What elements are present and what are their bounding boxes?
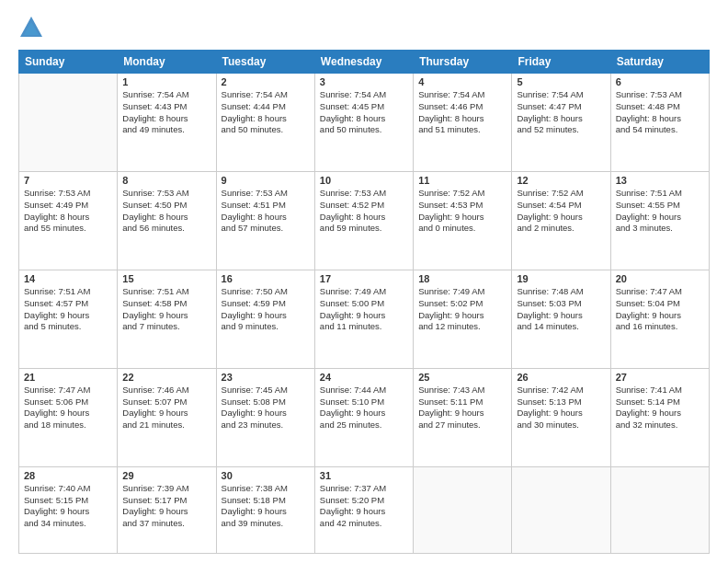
day-number: 2 xyxy=(222,76,310,87)
calendar-cell: 21Sunrise: 7:47 AM Sunset: 5:06 PM Dayli… xyxy=(19,368,118,466)
day-number: 22 xyxy=(122,372,210,383)
day-info: Sunrise: 7:54 AM Sunset: 4:47 PM Dayligh… xyxy=(517,89,605,136)
day-number: 16 xyxy=(222,273,310,284)
calendar-cell: 13Sunrise: 7:51 AM Sunset: 4:55 PM Dayli… xyxy=(610,171,709,270)
calendar-cell: 16Sunrise: 7:50 AM Sunset: 4:59 PM Dayli… xyxy=(216,270,314,368)
calendar-week-row: 1Sunrise: 7:54 AM Sunset: 4:43 PM Daylig… xyxy=(19,74,710,172)
day-info: Sunrise: 7:51 AM Sunset: 4:58 PM Dayligh… xyxy=(122,286,210,333)
day-info: Sunrise: 7:53 AM Sunset: 4:48 PM Dayligh… xyxy=(616,89,704,136)
day-info: Sunrise: 7:53 AM Sunset: 4:50 PM Dayligh… xyxy=(122,188,210,235)
day-number: 18 xyxy=(418,273,506,284)
day-number: 7 xyxy=(24,175,112,186)
day-number: 3 xyxy=(320,76,408,87)
calendar-cell xyxy=(19,74,118,172)
calendar: SundayMondayTuesdayWednesdayThursdayFrid… xyxy=(18,50,710,554)
day-info: Sunrise: 7:42 AM Sunset: 5:13 PM Dayligh… xyxy=(517,385,605,431)
day-number: 20 xyxy=(616,273,704,284)
day-number: 23 xyxy=(222,372,310,383)
day-info: Sunrise: 7:49 AM Sunset: 5:00 PM Dayligh… xyxy=(320,286,408,333)
day-number: 25 xyxy=(418,372,506,383)
calendar-cell: 23Sunrise: 7:45 AM Sunset: 5:08 PM Dayli… xyxy=(216,368,314,466)
calendar-header: SundayMondayTuesdayWednesdayThursdayFrid… xyxy=(19,51,710,74)
day-number: 12 xyxy=(517,175,605,186)
day-info: Sunrise: 7:46 AM Sunset: 5:07 PM Dayligh… xyxy=(122,385,210,431)
weekday-header: Wednesday xyxy=(314,51,413,74)
logo xyxy=(18,15,48,40)
day-number: 10 xyxy=(320,175,408,186)
weekday-row: SundayMondayTuesdayWednesdayThursdayFrid… xyxy=(19,51,710,74)
calendar-cell: 20Sunrise: 7:47 AM Sunset: 5:04 PM Dayli… xyxy=(610,270,709,368)
calendar-cell: 15Sunrise: 7:51 AM Sunset: 4:58 PM Dayli… xyxy=(118,270,216,368)
day-number: 13 xyxy=(616,175,704,186)
calendar-cell: 11Sunrise: 7:52 AM Sunset: 4:53 PM Dayli… xyxy=(414,171,512,270)
calendar-cell xyxy=(512,466,610,553)
day-number: 9 xyxy=(222,175,310,186)
day-info: Sunrise: 7:47 AM Sunset: 5:06 PM Dayligh… xyxy=(24,385,112,431)
weekday-header: Monday xyxy=(118,51,216,74)
calendar-cell xyxy=(610,466,709,553)
weekday-header: Sunday xyxy=(19,51,118,74)
calendar-cell: 28Sunrise: 7:40 AM Sunset: 5:15 PM Dayli… xyxy=(19,466,118,553)
calendar-cell: 19Sunrise: 7:48 AM Sunset: 5:03 PM Dayli… xyxy=(512,270,610,368)
calendar-cell: 31Sunrise: 7:37 AM Sunset: 5:20 PM Dayli… xyxy=(314,466,413,553)
calendar-cell: 10Sunrise: 7:53 AM Sunset: 4:52 PM Dayli… xyxy=(314,171,413,270)
calendar-cell: 27Sunrise: 7:41 AM Sunset: 5:14 PM Dayli… xyxy=(610,368,709,466)
calendar-cell: 24Sunrise: 7:44 AM Sunset: 5:10 PM Dayli… xyxy=(314,368,413,466)
day-info: Sunrise: 7:39 AM Sunset: 5:17 PM Dayligh… xyxy=(122,483,210,530)
calendar-cell: 26Sunrise: 7:42 AM Sunset: 5:13 PM Dayli… xyxy=(512,368,610,466)
calendar-body: 1Sunrise: 7:54 AM Sunset: 4:43 PM Daylig… xyxy=(19,74,710,554)
day-info: Sunrise: 7:41 AM Sunset: 5:14 PM Dayligh… xyxy=(616,385,704,431)
day-info: Sunrise: 7:38 AM Sunset: 5:18 PM Dayligh… xyxy=(222,483,310,530)
day-info: Sunrise: 7:54 AM Sunset: 4:43 PM Dayligh… xyxy=(122,89,210,136)
day-info: Sunrise: 7:52 AM Sunset: 4:54 PM Dayligh… xyxy=(517,188,605,235)
calendar-cell: 6Sunrise: 7:53 AM Sunset: 4:48 PM Daylig… xyxy=(610,74,709,172)
day-info: Sunrise: 7:51 AM Sunset: 4:55 PM Dayligh… xyxy=(616,188,704,235)
header xyxy=(18,15,710,40)
calendar-cell: 12Sunrise: 7:52 AM Sunset: 4:54 PM Dayli… xyxy=(512,171,610,270)
day-number: 28 xyxy=(24,470,112,481)
day-info: Sunrise: 7:43 AM Sunset: 5:11 PM Dayligh… xyxy=(418,385,506,431)
calendar-cell: 7Sunrise: 7:53 AM Sunset: 4:49 PM Daylig… xyxy=(19,171,118,270)
calendar-cell xyxy=(414,466,512,553)
day-number: 27 xyxy=(616,372,704,383)
day-number: 21 xyxy=(24,372,112,383)
day-info: Sunrise: 7:45 AM Sunset: 5:08 PM Dayligh… xyxy=(222,385,310,431)
day-info: Sunrise: 7:52 AM Sunset: 4:53 PM Dayligh… xyxy=(418,188,506,235)
calendar-cell: 25Sunrise: 7:43 AM Sunset: 5:11 PM Dayli… xyxy=(414,368,512,466)
day-info: Sunrise: 7:40 AM Sunset: 5:15 PM Dayligh… xyxy=(24,483,112,530)
day-number: 15 xyxy=(122,273,210,284)
calendar-cell: 29Sunrise: 7:39 AM Sunset: 5:17 PM Dayli… xyxy=(118,466,216,553)
day-number: 17 xyxy=(320,273,408,284)
day-info: Sunrise: 7:54 AM Sunset: 4:44 PM Dayligh… xyxy=(222,89,310,136)
calendar-cell: 30Sunrise: 7:38 AM Sunset: 5:18 PM Dayli… xyxy=(216,466,314,553)
day-number: 4 xyxy=(418,76,506,87)
calendar-cell: 2Sunrise: 7:54 AM Sunset: 4:44 PM Daylig… xyxy=(216,74,314,172)
calendar-cell: 3Sunrise: 7:54 AM Sunset: 4:45 PM Daylig… xyxy=(314,74,413,172)
weekday-header: Thursday xyxy=(414,51,512,74)
calendar-cell: 9Sunrise: 7:53 AM Sunset: 4:51 PM Daylig… xyxy=(216,171,314,270)
day-number: 11 xyxy=(418,175,506,186)
calendar-week-row: 7Sunrise: 7:53 AM Sunset: 4:49 PM Daylig… xyxy=(19,171,710,270)
calendar-cell: 8Sunrise: 7:53 AM Sunset: 4:50 PM Daylig… xyxy=(118,171,216,270)
day-number: 29 xyxy=(122,470,210,481)
day-number: 14 xyxy=(24,273,112,284)
logo-icon xyxy=(18,15,44,40)
calendar-cell: 1Sunrise: 7:54 AM Sunset: 4:43 PM Daylig… xyxy=(118,74,216,172)
day-info: Sunrise: 7:37 AM Sunset: 5:20 PM Dayligh… xyxy=(320,483,408,530)
day-number: 8 xyxy=(122,175,210,186)
calendar-cell: 14Sunrise: 7:51 AM Sunset: 4:57 PM Dayli… xyxy=(19,270,118,368)
day-number: 24 xyxy=(320,372,408,383)
calendar-cell: 18Sunrise: 7:49 AM Sunset: 5:02 PM Dayli… xyxy=(414,270,512,368)
calendar-week-row: 28Sunrise: 7:40 AM Sunset: 5:15 PM Dayli… xyxy=(19,466,710,553)
calendar-cell: 5Sunrise: 7:54 AM Sunset: 4:47 PM Daylig… xyxy=(512,74,610,172)
day-info: Sunrise: 7:54 AM Sunset: 4:46 PM Dayligh… xyxy=(418,89,506,136)
weekday-header: Tuesday xyxy=(216,51,314,74)
page: SundayMondayTuesdayWednesdayThursdayFrid… xyxy=(0,0,728,563)
calendar-week-row: 14Sunrise: 7:51 AM Sunset: 4:57 PM Dayli… xyxy=(19,270,710,368)
calendar-week-row: 21Sunrise: 7:47 AM Sunset: 5:06 PM Dayli… xyxy=(19,368,710,466)
day-number: 6 xyxy=(616,76,704,87)
day-info: Sunrise: 7:54 AM Sunset: 4:45 PM Dayligh… xyxy=(320,89,408,136)
calendar-cell: 22Sunrise: 7:46 AM Sunset: 5:07 PM Dayli… xyxy=(118,368,216,466)
day-number: 26 xyxy=(517,372,605,383)
day-number: 19 xyxy=(517,273,605,284)
